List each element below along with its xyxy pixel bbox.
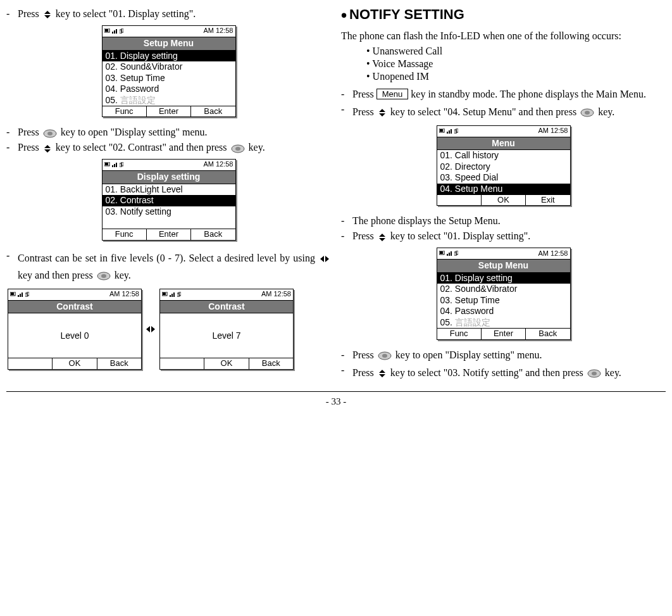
menu-item: 01. BackLight Level	[103, 184, 235, 196]
notify-item: Unanswered Call	[366, 45, 666, 58]
step-select-display-setting: - Press key to select "01. Display setti…	[6, 8, 331, 20]
svg-marker-53	[379, 234, 385, 237]
svg-rect-27	[11, 292, 14, 295]
softkey-func: Func	[437, 329, 481, 339]
svg-marker-65	[379, 374, 385, 377]
svg-rect-4	[112, 32, 113, 34]
text: Press	[352, 89, 376, 99]
left-right-arrow-icon	[146, 325, 156, 334]
center-key-icon	[378, 351, 392, 360]
menu-item: 05. 言語設定	[437, 317, 570, 329]
svg-rect-16	[105, 163, 108, 165]
svg-marker-1	[44, 15, 51, 18]
text: Press	[18, 8, 42, 19]
text: key.	[115, 270, 131, 280]
svg-rect-36	[163, 292, 166, 295]
svg-rect-37	[170, 295, 171, 297]
softkey-empty	[160, 358, 204, 368]
menu-item: 03. Setup Time	[103, 73, 235, 84]
status-icons	[439, 251, 458, 256]
center-key-icon	[97, 272, 111, 280]
menu-item: 02. Sound&Vibrator	[437, 284, 570, 295]
center-key-icon	[231, 144, 245, 153]
svg-rect-58	[449, 253, 450, 256]
status-icons	[439, 129, 458, 134]
softkey-ok: OK	[481, 195, 525, 205]
notify-intro: The phone can flash the Info-LED when on…	[341, 30, 666, 42]
svg-marker-11	[44, 145, 51, 148]
contrast-level: Level 0	[8, 313, 141, 358]
screen-title: Setup Menu	[103, 37, 235, 51]
menu-item: 04. Password	[103, 84, 235, 95]
status-time: AM 12:58	[109, 290, 139, 299]
svg-point-14	[235, 147, 240, 151]
svg-point-63	[382, 354, 387, 358]
menu-item: 01. Display setting	[103, 51, 235, 62]
svg-marker-23	[325, 256, 329, 262]
text: Contrast can be set in five levels (0 - …	[18, 253, 318, 263]
softkey-func: Func	[103, 229, 146, 239]
text: The phone displays the Setup Menu.	[352, 215, 666, 227]
menu-item: 04. Password	[437, 306, 570, 317]
softkey-enter: Enter	[146, 106, 190, 116]
center-key-icon	[587, 369, 601, 378]
text: Press	[18, 127, 42, 137]
phone-screen-setup-menu: AM 12:58 Setup Menu 01. Display setting …	[102, 25, 236, 117]
page-footer: - 33 -	[6, 391, 666, 414]
cjk-text: 言語設定	[120, 95, 156, 105]
step-open-display-setting-2: - Press key to open "Display setting" me…	[341, 349, 666, 361]
text: key to open "Display setting" menu.	[395, 349, 542, 360]
svg-rect-57	[447, 254, 448, 256]
step-select-setup-menu: - Press key to select "04. Setup Menu" a…	[341, 103, 666, 120]
menu-item: 03. Setup Time	[437, 295, 570, 306]
menu-item: 01. Call history	[437, 150, 570, 161]
phone-screen-contrast-0: AM 12:58 Contrast Level 0 OK Back	[8, 289, 142, 370]
svg-rect-47	[440, 129, 443, 132]
heading-text: NOTIFY SETTING	[349, 6, 464, 22]
step-select-display-setting-2: - Press key to select "01. Display setti…	[341, 230, 666, 242]
step-select-notify-setting: - Press key to select "03. Notify settin…	[341, 364, 666, 381]
svg-marker-54	[379, 238, 385, 241]
svg-rect-38	[171, 294, 173, 297]
text: key.	[249, 142, 265, 153]
up-down-key-icon	[43, 10, 52, 19]
softkey-ok: OK	[204, 358, 248, 368]
svg-rect-6	[116, 29, 117, 34]
status-time: AM 12:58	[203, 160, 233, 169]
svg-marker-43	[379, 113, 385, 116]
softkey-func: Func	[103, 106, 146, 116]
text: Press	[352, 106, 376, 117]
svg-rect-56	[440, 251, 443, 254]
notify-item: Voice Massage	[366, 58, 666, 70]
up-down-key-icon	[378, 233, 387, 242]
softkey-back: Back	[249, 358, 293, 368]
text: Press	[352, 349, 376, 360]
up-down-key-icon	[43, 144, 52, 153]
svg-rect-39	[173, 292, 175, 297]
center-key-icon	[580, 108, 594, 117]
screen-title: Menu	[437, 137, 570, 151]
screen-title: Contrast	[160, 300, 293, 314]
svg-marker-12	[44, 149, 51, 153]
phone-screen-contrast-7: AM 12:58 Contrast Level 7 OK Back	[159, 289, 294, 370]
text: Press	[352, 367, 376, 378]
screen-title: Setup Menu	[437, 259, 570, 273]
phone-screen-main-menu: AM 12:58 Menu 01. Call history 02. Direc…	[437, 125, 571, 206]
svg-rect-5	[114, 30, 115, 34]
menu-key-icon: Menu	[376, 89, 409, 100]
svg-marker-42	[379, 109, 385, 112]
status-time: AM 12:58	[538, 249, 568, 258]
softkey-back: Back	[525, 329, 569, 339]
menu-item: 03. Speed Dial	[437, 172, 570, 184]
softkey-exit: Exit	[525, 195, 569, 205]
svg-rect-18	[114, 164, 115, 167]
svg-rect-19	[116, 163, 117, 167]
text: key to select "01. Display setting".	[56, 8, 196, 19]
text: key to select "03. Notify setting" and t…	[390, 367, 586, 378]
svg-marker-22	[320, 256, 324, 262]
svg-rect-28	[18, 295, 19, 297]
svg-rect-21	[121, 162, 123, 166]
svg-rect-59	[451, 251, 452, 256]
menu-item: 02. Contrast	[103, 195, 235, 206]
step-contrast-levels: - Contrast can be set in five levels (0 …	[6, 249, 331, 284]
